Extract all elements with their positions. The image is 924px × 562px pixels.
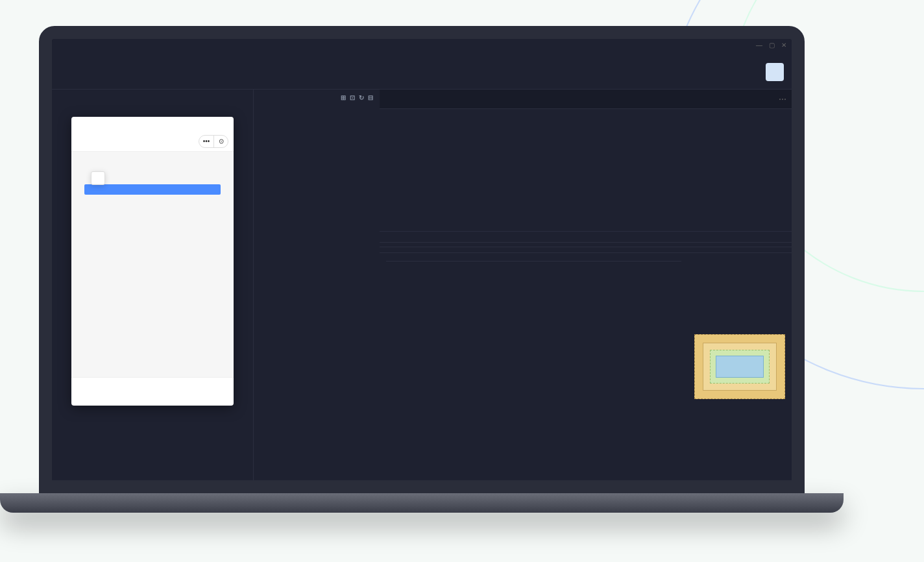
- breadcrumb: [380, 109, 792, 114]
- menubar: — ▢ ✕: [52, 39, 792, 55]
- close-icon[interactable]: ✕: [781, 42, 786, 49]
- editor-tabs: ⋯: [380, 90, 792, 109]
- styles-pane[interactable]: [380, 253, 688, 480]
- maximize-icon[interactable]: ▢: [769, 42, 775, 49]
- phone-navbar: ••• ⊙: [71, 131, 234, 152]
- refresh-icon[interactable]: ↻: [359, 94, 364, 101]
- devtools-panel: [380, 231, 792, 480]
- dom-breadcrumb: [380, 242, 792, 247]
- toolbar: [52, 55, 792, 90]
- collapse-icon[interactable]: ⊟: [368, 94, 373, 101]
- minimize-icon[interactable]: —: [756, 42, 762, 49]
- capsule-close-icon[interactable]: ⊙: [213, 136, 228, 147]
- new-file-icon[interactable]: ⊞: [341, 94, 346, 101]
- avatar[interactable]: [766, 63, 784, 81]
- new-folder-icon[interactable]: ⊡: [350, 94, 355, 101]
- simulator-panel: ••• ⊙: [52, 90, 253, 480]
- code-editor[interactable]: [380, 114, 792, 231]
- box-model: [688, 253, 792, 480]
- tab-overflow-icon[interactable]: ⋯: [773, 90, 792, 108]
- highlighted-element[interactable]: [84, 184, 221, 195]
- capsule-menu-icon[interactable]: •••: [199, 136, 213, 147]
- editor-pane: ⋯: [380, 90, 792, 480]
- phone-tabbar: [71, 377, 234, 406]
- dom-tree[interactable]: [380, 237, 792, 242]
- laptop-frame: — ▢ ✕: [39, 26, 805, 513]
- ide-window: — ▢ ✕: [52, 39, 792, 480]
- simulator-device-label: [52, 90, 253, 97]
- phone-statusbar: [71, 117, 234, 131]
- phone-frame: ••• ⊙: [71, 117, 234, 406]
- devtools-subtabs: [380, 247, 792, 252]
- file-explorer: ⊞ ⊡ ↻ ⊟: [253, 90, 380, 480]
- inspect-tooltip: [91, 171, 105, 185]
